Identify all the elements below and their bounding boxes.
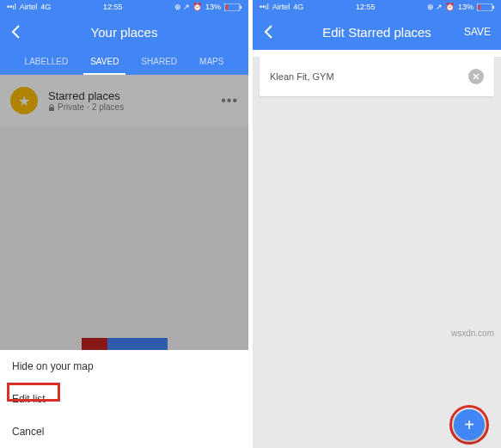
close-icon xyxy=(473,73,480,80)
header: Your places LABELLED SAVED SHARED MAPS xyxy=(0,14,248,75)
dim-overlay[interactable] xyxy=(0,75,248,350)
status-icons: ⊕ ↗ ⏰ xyxy=(174,3,202,11)
save-button[interactable]: SAVE xyxy=(464,26,491,38)
place-name: Klean Fit, GYM xyxy=(270,71,334,82)
chevron-left-icon xyxy=(263,24,273,40)
back-button[interactable] xyxy=(10,24,21,40)
status-bar: ••ıl Airtel 4G 12:55 ⊕ ↗ ⏰ 13% xyxy=(253,0,501,14)
status-time: 12:55 xyxy=(356,3,376,11)
status-time: 12:55 xyxy=(103,3,123,11)
sheet-edit[interactable]: Edit list xyxy=(0,383,248,415)
carrier-label: Airtel xyxy=(272,3,290,11)
watermark: wsxdn.com xyxy=(451,328,494,338)
signal-icon: ••ıl xyxy=(260,3,269,11)
sheet-hide[interactable]: Hide on your map xyxy=(0,350,248,383)
network-label: 4G xyxy=(293,3,303,11)
action-sheet: Hide on your map Edit list Cancel xyxy=(0,350,248,448)
content-area: Klean Fit, GYM + xyxy=(253,57,501,448)
svg-rect-2 xyxy=(241,6,242,9)
battery-icon xyxy=(224,3,241,11)
tabs: LABELLED SAVED SHARED MAPS xyxy=(0,50,248,75)
svg-rect-5 xyxy=(479,4,481,9)
add-place-button[interactable]: + xyxy=(454,409,485,440)
sheet-cancel[interactable]: Cancel xyxy=(0,415,248,448)
battery-icon xyxy=(477,3,494,11)
signal-icon: ••ıl xyxy=(7,3,16,11)
phone-edit-starred: ••ıl Airtel 4G 12:55 ⊕ ↗ ⏰ 13% Edit Star… xyxy=(253,0,501,448)
highlight-fab: + xyxy=(449,405,489,445)
clear-button[interactable] xyxy=(468,69,484,84)
tab-saved[interactable]: SAVED xyxy=(87,57,122,75)
status-icons: ⊕ ↗ ⏰ xyxy=(427,3,455,11)
network-label: 4G xyxy=(40,3,51,11)
svg-rect-1 xyxy=(226,4,229,9)
place-input-row[interactable]: Klean Fit, GYM xyxy=(260,57,494,96)
tab-shared[interactable]: SHARED xyxy=(137,57,180,75)
tab-maps[interactable]: MAPS xyxy=(196,57,227,75)
battery-label: 13% xyxy=(205,3,221,11)
plus-icon: + xyxy=(464,415,474,435)
status-bar: ••ıl Airtel 4G 12:55 ⊕ ↗ ⏰ 13% xyxy=(0,0,248,14)
tab-labelled[interactable]: LABELLED xyxy=(21,57,72,75)
battery-label: 13% xyxy=(458,3,474,11)
content-area: ★ Starred places Private · 2 places ••• xyxy=(0,75,248,350)
svg-rect-6 xyxy=(493,6,495,9)
header: Edit Starred places SAVE xyxy=(253,14,501,50)
phone-your-places: ••ıl Airtel 4G 12:55 ⊕ ↗ ⏰ 13% Your plac… xyxy=(0,0,248,448)
page-title: Your places xyxy=(91,25,158,40)
back-button[interactable] xyxy=(263,24,273,40)
page-title: Edit Starred places xyxy=(322,25,431,40)
chevron-left-icon xyxy=(10,24,21,40)
carrier-label: Airtel xyxy=(20,3,38,11)
